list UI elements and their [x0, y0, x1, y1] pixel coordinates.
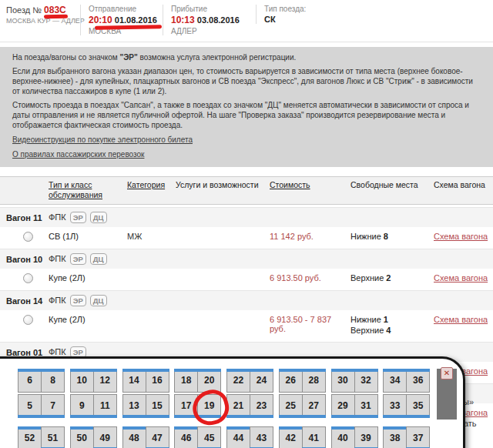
seat-51[interactable]: 51 [41, 426, 65, 448]
price-cell: 6 913.50 руб. [270, 273, 350, 283]
video-instruction-link[interactable]: Видеоинструкция по покупке электронного … [12, 135, 481, 145]
column-price[interactable]: Стоимость [270, 180, 350, 190]
passenger-rules-link[interactable]: О правилах пассажирских перевозок [12, 149, 481, 159]
seat-7[interactable]: 7 [41, 394, 65, 418]
seat-6[interactable]: 6 [18, 369, 42, 393]
car-scheme-link[interactable]: Схема вагона [434, 273, 488, 283]
column-type-class[interactable]: Тип и класс обслуживания [49, 180, 127, 200]
wagon-group-row: Вагон 10ФПКЭРДЦ [0, 249, 493, 269]
price-value: 6 913.50 руб. [270, 273, 321, 283]
seat-37[interactable]: 37 [406, 426, 430, 448]
side-berth-pair: 5251 [18, 426, 65, 448]
info-paragraph-price-range: Если для выбранного вагона указан диапаз… [12, 66, 481, 96]
arrival-time: 10:13 [171, 15, 195, 25]
upper-berths: 3436 [383, 369, 430, 393]
seat-26[interactable]: 26 [279, 369, 303, 393]
class-radio-button[interactable] [23, 315, 33, 325]
seat-36[interactable]: 36 [406, 369, 430, 393]
seat-38[interactable]: 38 [383, 426, 407, 448]
seat-33[interactable]: 33 [383, 394, 407, 418]
seat-15[interactable]: 15 [146, 394, 169, 418]
seat-43[interactable]: 43 [250, 426, 273, 448]
seat-47[interactable]: 47 [146, 426, 169, 448]
seat-10[interactable]: 10 [70, 369, 94, 393]
er-badge: ЭР [70, 253, 86, 265]
seat-27[interactable]: 27 [302, 394, 326, 418]
seat-44[interactable]: 44 [226, 426, 250, 448]
seat-25[interactable]: 25 [279, 394, 303, 418]
seat-map-overlay: ✕ 68571012911141613151820171922242123262… [0, 356, 465, 448]
seat-52[interactable]: 52 [18, 426, 42, 448]
side-berth-pair: 5049 [70, 426, 117, 448]
seat-21[interactable]: 21 [226, 394, 250, 418]
seat-49[interactable]: 49 [93, 426, 117, 448]
seat-17[interactable]: 17 [174, 394, 198, 418]
seat-29[interactable]: 29 [331, 394, 355, 418]
seat-count: 8 [384, 232, 388, 241]
seat-22[interactable]: 22 [226, 369, 250, 393]
lower-berths: 2527 [279, 394, 326, 418]
operator-cell: ФПКЭРДЦ [49, 295, 127, 306]
seat-34[interactable]: 34 [383, 369, 407, 393]
seat-30[interactable]: 30 [331, 369, 355, 393]
seat-24[interactable]: 24 [250, 369, 273, 393]
seat-46[interactable]: 46 [174, 426, 198, 448]
free-seats-cell: Нижние 8 [350, 232, 434, 242]
train-number-link[interactable]: 083С [44, 5, 66, 15]
seat-23[interactable]: 23 [250, 394, 273, 418]
operator-cell: ФПКЭРДЦ [49, 212, 127, 223]
seat-11[interactable]: 11 [93, 394, 117, 418]
seat-41[interactable]: 41 [302, 426, 326, 448]
dc-badge: ДЦ [90, 253, 107, 265]
seat-20[interactable]: 20 [197, 369, 221, 393]
seat-19[interactable]: 19 [197, 394, 221, 418]
seat-18[interactable]: 18 [174, 369, 198, 393]
column-services: Услуги и возможности [176, 180, 270, 190]
seat-5[interactable]: 5 [18, 394, 42, 418]
seat-45[interactable]: 45 [197, 426, 221, 448]
free-seats-cell: Верхние 2 [350, 273, 434, 284]
column-free-seats: Свободные места [350, 180, 434, 190]
seat-32[interactable]: 32 [354, 369, 378, 393]
free-seats-value: Нижние 8 [350, 232, 388, 241]
seat-14[interactable]: 14 [122, 369, 146, 393]
compartment-block: 14161315 [122, 369, 169, 418]
seat-13[interactable]: 13 [122, 394, 146, 418]
train-type-label: Тип поезда: [264, 5, 306, 13]
column-category[interactable]: Категория [127, 180, 176, 190]
close-icon[interactable]: ✕ [441, 367, 453, 379]
radio-cell [0, 232, 49, 243]
upper-berths: 2628 [279, 369, 326, 393]
seat-count: 1 [384, 315, 388, 324]
seat-8[interactable]: 8 [41, 369, 65, 393]
class-radio-button[interactable] [23, 273, 33, 283]
seat-50[interactable]: 50 [70, 426, 94, 448]
info-paragraph-er: На поезда/вагоны со значком "ЭР" возможн… [12, 52, 481, 62]
seat-35[interactable]: 35 [406, 394, 430, 418]
radio-cell [0, 273, 49, 285]
class-radio-button[interactable] [23, 232, 33, 242]
side-berth-pair: 4443 [226, 426, 273, 448]
upper-berths: 1820 [174, 369, 221, 393]
er-badge: ЭР [70, 212, 86, 223]
operator-cell: ФПКЭРДЦ [49, 253, 127, 265]
seat-48[interactable]: 48 [122, 426, 146, 448]
seat-39[interactable]: 39 [354, 426, 378, 448]
column-scheme: Схема вагона [434, 180, 493, 190]
seat-28[interactable]: 28 [302, 369, 326, 393]
seat-42[interactable]: 42 [279, 426, 303, 448]
car-scheme-link[interactable]: Схема вагона [434, 315, 488, 324]
seat-12[interactable]: 12 [93, 369, 117, 393]
departure-label: Отправление [89, 5, 155, 13]
seat-9[interactable]: 9 [70, 394, 94, 418]
car-scheme-link[interactable]: Схема вагона [434, 232, 488, 241]
compartment-block: 6857 [18, 369, 65, 418]
seat-40[interactable]: 40 [331, 426, 355, 448]
seat-31[interactable]: 31 [354, 394, 378, 418]
seat-16[interactable]: 16 [146, 369, 169, 393]
side-berth-pair: 4241 [279, 426, 326, 448]
seat-type-label: Нижние [350, 232, 384, 241]
wagon-label: Вагон 01 [0, 348, 49, 357]
compartment-block: 34363335 [383, 369, 430, 418]
upper-berths: 1012 [70, 369, 117, 393]
